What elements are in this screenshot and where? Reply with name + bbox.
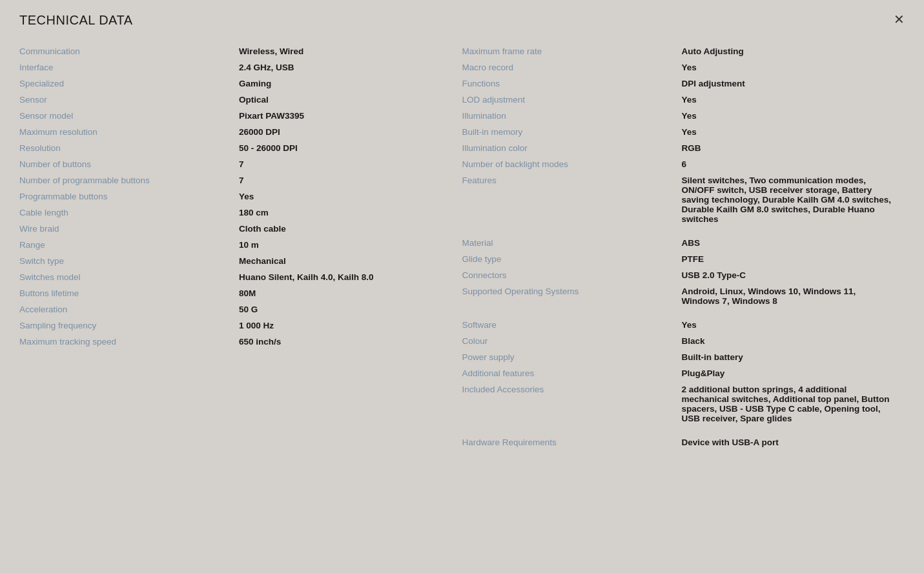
spec-value: Mechanical xyxy=(239,256,449,266)
spec-value: Cloth cable xyxy=(239,224,449,234)
spec-value: Optical xyxy=(239,95,449,105)
spec-value: RGB xyxy=(682,143,892,153)
spec-value: USB 2.0 Type-C xyxy=(682,270,892,280)
spec-label: Hardware Requirements xyxy=(462,437,682,447)
spec-value: 1 000 Hz xyxy=(239,321,449,330)
table-row xyxy=(462,227,892,235)
table-row: Programmable buttonsYes xyxy=(19,188,449,205)
spec-label: Sensor model xyxy=(19,111,239,121)
spec-label: Range xyxy=(19,240,239,250)
spec-value: Black xyxy=(682,336,892,346)
table-row: ColourBlack xyxy=(462,333,892,349)
spec-value: 6 xyxy=(682,159,892,169)
spec-value: Yes xyxy=(682,320,892,330)
table-row: Hardware RequirementsDevice with USB-A p… xyxy=(462,434,892,450)
spec-label: Maximum tracking speed xyxy=(19,337,239,347)
table-row: Additional featuresPlug&Play xyxy=(462,365,892,381)
spec-value: Yes xyxy=(682,111,892,121)
spec-value: Yes xyxy=(682,95,892,105)
table-row: LOD adjustmentYes xyxy=(462,92,892,108)
table-row: SoftwareYes xyxy=(462,317,892,333)
spec-label: Number of backlight modes xyxy=(462,159,682,169)
spec-value: Yes xyxy=(682,127,892,137)
modal-header: TECHNICAL DATA ✕ xyxy=(19,13,905,28)
spec-value: Device with USB-A port xyxy=(682,437,892,447)
spec-label: Resolution xyxy=(19,143,239,153)
spec-value: 2 additional button springs, 4 additiona… xyxy=(682,385,892,423)
spec-label: Colour xyxy=(462,336,682,346)
close-button[interactable]: ✕ xyxy=(894,13,905,26)
table-row: Maximum tracking speed650 inch/s xyxy=(19,334,449,350)
table-row: MaterialABS xyxy=(462,235,892,251)
table-row: Power supplyBuilt-in battery xyxy=(462,349,892,365)
spec-value: 180 cm xyxy=(239,208,449,217)
table-row: Interface2.4 GHz, USB xyxy=(19,59,449,75)
spec-label: Maximum frame rate xyxy=(462,46,682,56)
spec-value: 50 G xyxy=(239,305,449,314)
spec-value: Auto Adjusting xyxy=(682,46,892,56)
spec-value: Yes xyxy=(682,63,892,72)
spec-label: Switches model xyxy=(19,272,239,282)
spec-value: 10 m xyxy=(239,240,449,250)
table-row: Acceleration50 G xyxy=(19,301,449,317)
spec-label: Cable length xyxy=(19,208,239,217)
table-row: IlluminationYes xyxy=(462,108,892,124)
spec-value: Yes xyxy=(239,192,449,201)
spec-value: 7 xyxy=(239,176,449,185)
spec-label: Buttons lifetime xyxy=(19,288,239,298)
spec-label: Interface xyxy=(19,63,239,72)
table-row: Number of programmable buttons7 xyxy=(19,172,449,188)
spec-label: Maximum resolution xyxy=(19,127,239,137)
table-row: ConnectorsUSB 2.0 Type-C xyxy=(462,267,892,283)
spec-value: Android, Linux, Windows 10, Windows 11, … xyxy=(682,286,892,306)
spec-value: 26000 DPI xyxy=(239,127,449,137)
table-row: Sensor modelPixart PAW3395 xyxy=(19,108,449,124)
spec-value: 80M xyxy=(239,288,449,298)
spec-value: Huano Silent, Kailh 4.0, Kailh 8.0 xyxy=(239,272,449,282)
spec-label: Wire braid xyxy=(19,224,239,234)
spec-value: ABS xyxy=(682,238,892,248)
spec-label: Supported Operating Systems xyxy=(462,286,682,296)
spec-value: 2.4 GHz, USB xyxy=(239,63,449,72)
table-row: Macro recordYes xyxy=(462,59,892,75)
table-row: Buttons lifetime80M xyxy=(19,285,449,301)
table-row xyxy=(462,427,892,434)
spec-value: Built-in battery xyxy=(682,352,892,362)
spec-value: 650 inch/s xyxy=(239,337,449,347)
table-row: Maximum frame rateAuto Adjusting xyxy=(462,43,892,59)
table-row: Number of backlight modes6 xyxy=(462,156,892,172)
spec-label: Programmable buttons xyxy=(19,192,239,201)
right-column: Maximum frame rateAuto AdjustingMacro re… xyxy=(462,43,905,450)
table-row: SpecializedGaming xyxy=(19,75,449,92)
table-row: Included Accessories2 additional button … xyxy=(462,381,892,427)
spec-label: Features xyxy=(462,176,682,185)
spec-label: Illumination xyxy=(462,111,682,121)
table-row: Switches modelHuano Silent, Kailh 4.0, K… xyxy=(19,269,449,285)
spec-label: Acceleration xyxy=(19,305,239,314)
table-row: Wire braidCloth cable xyxy=(19,221,449,237)
spec-value: Silent switches, Two communication modes… xyxy=(682,176,892,224)
table-row: Built-in memoryYes xyxy=(462,124,892,140)
spec-label: Sampling frequency xyxy=(19,321,239,330)
spec-label: Specialized xyxy=(19,79,239,88)
table-row: SensorOptical xyxy=(19,92,449,108)
table-row: FeaturesSilent switches, Two communicati… xyxy=(462,172,892,227)
table-row: Supported Operating SystemsAndroid, Linu… xyxy=(462,283,892,309)
table-row: Maximum resolution26000 DPI xyxy=(19,124,449,140)
spec-label: Built-in memory xyxy=(462,127,682,137)
table-row: Switch typeMechanical xyxy=(19,253,449,269)
spec-label: Connectors xyxy=(462,270,682,280)
table-row xyxy=(462,309,892,317)
spec-value: Pixart PAW3395 xyxy=(239,111,449,121)
spec-label: Sensor xyxy=(19,95,239,105)
modal-container: TECHNICAL DATA ✕ CommunicationWireless, … xyxy=(0,0,924,573)
spec-label: Macro record xyxy=(462,63,682,72)
spec-value: 7 xyxy=(239,159,449,169)
table-row: Number of buttons7 xyxy=(19,156,449,172)
spec-label: Additional features xyxy=(462,368,682,378)
table-row: Illumination colorRGB xyxy=(462,140,892,156)
table-row: FunctionsDPI adjustment xyxy=(462,75,892,92)
table-row: CommunicationWireless, Wired xyxy=(19,43,449,59)
left-column: CommunicationWireless, WiredInterface2.4… xyxy=(19,43,462,450)
spec-label: LOD adjustment xyxy=(462,95,682,105)
